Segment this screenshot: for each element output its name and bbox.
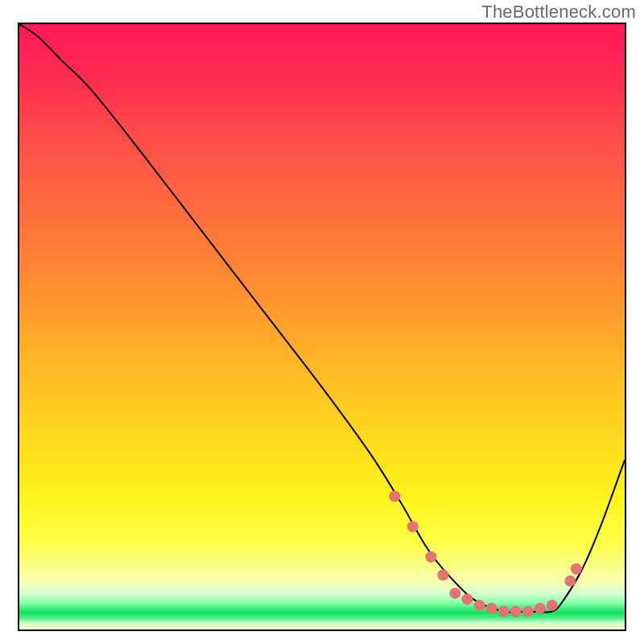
watermark-text: TheBottleneck.com <box>481 2 636 23</box>
plot-frame <box>18 23 626 631</box>
highlight-dot <box>571 564 582 575</box>
curve-group <box>19 24 625 613</box>
highlight-dot <box>486 603 497 614</box>
highlight-dot <box>474 600 485 611</box>
highlight-dot <box>461 593 473 605</box>
highlight-dot <box>389 491 400 502</box>
highlight-dot <box>522 605 534 617</box>
highlight-dot <box>437 569 448 580</box>
highlight-dot <box>449 588 460 599</box>
highlight-dot <box>535 603 546 614</box>
curve-layer <box>19 24 625 630</box>
highlight-dot <box>407 521 419 532</box>
marker-group <box>389 491 582 617</box>
highlight-dot <box>564 576 576 587</box>
highlight-dot <box>425 551 436 563</box>
chart-stage: TheBottleneck.com <box>0 0 644 644</box>
highlight-dot <box>547 600 558 611</box>
bottleneck-curve <box>19 24 625 613</box>
highlight-dot <box>510 605 522 617</box>
highlight-dot <box>498 605 510 617</box>
